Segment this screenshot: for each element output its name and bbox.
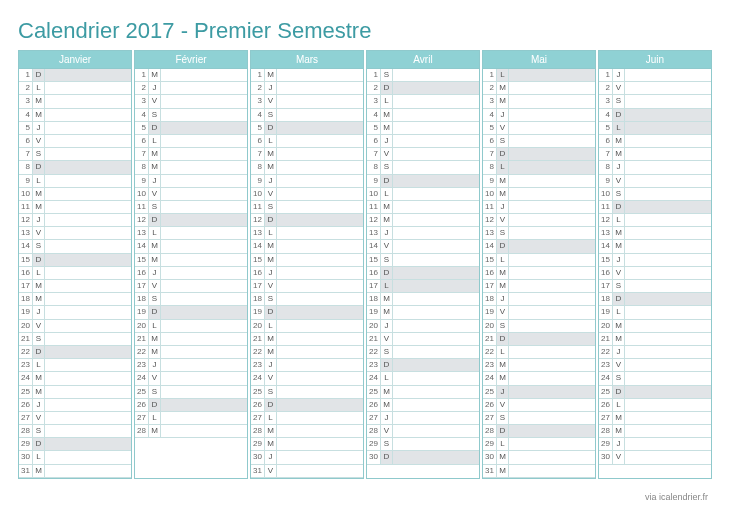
day-number: 5	[599, 122, 613, 134]
day-note	[625, 214, 711, 226]
day-number: 12	[599, 214, 613, 226]
day-weekday: L	[497, 161, 509, 173]
day-note	[45, 109, 131, 121]
day-weekday: L	[613, 214, 625, 226]
day-number: 14	[483, 240, 497, 252]
day-weekday: D	[613, 386, 625, 398]
day-number: 29	[483, 438, 497, 450]
day-weekday: M	[265, 254, 277, 266]
day-weekday: V	[613, 82, 625, 94]
day-weekday: M	[381, 306, 393, 318]
day-note	[393, 240, 479, 252]
day-weekday: J	[613, 161, 625, 173]
day-weekday: S	[497, 135, 509, 147]
day-number: 1	[483, 69, 497, 81]
day-row: 19V	[483, 306, 595, 319]
day-note	[625, 109, 711, 121]
day-number: 4	[135, 109, 149, 121]
day-number: 4	[599, 109, 613, 121]
day-weekday: D	[33, 69, 45, 81]
day-number: 3	[367, 95, 381, 107]
day-row: 9M	[483, 175, 595, 188]
day-note	[393, 451, 479, 463]
day-weekday: M	[265, 346, 277, 358]
day-weekday: S	[265, 293, 277, 305]
day-number: 25	[19, 386, 33, 398]
day-number: 29	[19, 438, 33, 450]
day-weekday: V	[381, 240, 393, 252]
day-number: 14	[599, 240, 613, 252]
day-note	[509, 320, 595, 332]
day-row: 23J	[251, 359, 363, 372]
day-row: 11M	[19, 201, 131, 214]
day-number: 24	[135, 372, 149, 384]
day-row: 13J	[367, 227, 479, 240]
day-weekday: M	[149, 240, 161, 252]
day-note	[509, 333, 595, 345]
day-row: 8M	[251, 161, 363, 174]
day-number: 16	[19, 267, 33, 279]
day-note	[393, 175, 479, 187]
day-note	[45, 95, 131, 107]
day-row: 3S	[599, 95, 711, 108]
day-weekday: V	[381, 425, 393, 437]
day-row: 4M	[367, 109, 479, 122]
day-number: 22	[19, 346, 33, 358]
day-number: 14	[367, 240, 381, 252]
day-note	[277, 109, 363, 121]
day-number: 25	[135, 386, 149, 398]
day-row: 1D	[19, 69, 131, 82]
day-weekday: D	[613, 201, 625, 213]
day-number: 6	[367, 135, 381, 147]
day-weekday: L	[265, 227, 277, 239]
day-note	[277, 240, 363, 252]
day-note	[625, 451, 711, 463]
day-note	[393, 95, 479, 107]
day-note	[625, 175, 711, 187]
day-number: 16	[599, 267, 613, 279]
day-note	[625, 386, 711, 398]
day-number: 25	[599, 386, 613, 398]
day-note	[277, 320, 363, 332]
day-row: 24L	[367, 372, 479, 385]
day-row: 17M	[483, 280, 595, 293]
day-row: 2J	[135, 82, 247, 95]
day-number: 29	[367, 438, 381, 450]
day-weekday: J	[381, 412, 393, 424]
day-note	[509, 201, 595, 213]
day-number: 19	[251, 306, 265, 318]
day-number: 26	[19, 399, 33, 411]
day-weekday: M	[381, 214, 393, 226]
month-header: Juin	[599, 51, 711, 69]
day-weekday: D	[33, 438, 45, 450]
day-number: 31	[483, 465, 497, 477]
day-weekday: J	[497, 201, 509, 213]
day-row: 28S	[19, 425, 131, 438]
day-weekday: J	[265, 359, 277, 371]
day-number: 28	[367, 425, 381, 437]
day-note	[277, 399, 363, 411]
day-weekday: L	[613, 306, 625, 318]
day-weekday: M	[497, 280, 509, 292]
day-row: 30J	[251, 451, 363, 464]
day-row: 2L	[19, 82, 131, 95]
day-row: 11J	[483, 201, 595, 214]
day-number: 9	[599, 175, 613, 187]
day-note	[393, 161, 479, 173]
day-note	[509, 399, 595, 411]
day-number: 8	[599, 161, 613, 173]
day-row: 28M	[251, 425, 363, 438]
day-number: 29	[599, 438, 613, 450]
day-note	[509, 280, 595, 292]
day-row: 27J	[367, 412, 479, 425]
day-weekday: M	[613, 227, 625, 239]
day-number: 10	[599, 188, 613, 200]
day-weekday: M	[149, 346, 161, 358]
day-note	[277, 372, 363, 384]
day-note	[277, 69, 363, 81]
day-number: 28	[135, 425, 149, 437]
day-number: 9	[135, 175, 149, 187]
day-row: 10L	[367, 188, 479, 201]
day-row: 19D	[251, 306, 363, 319]
month-column: Mai1L2M3M4J5V6S7D8L9M10M11J12V13S14D15L1…	[482, 50, 596, 479]
